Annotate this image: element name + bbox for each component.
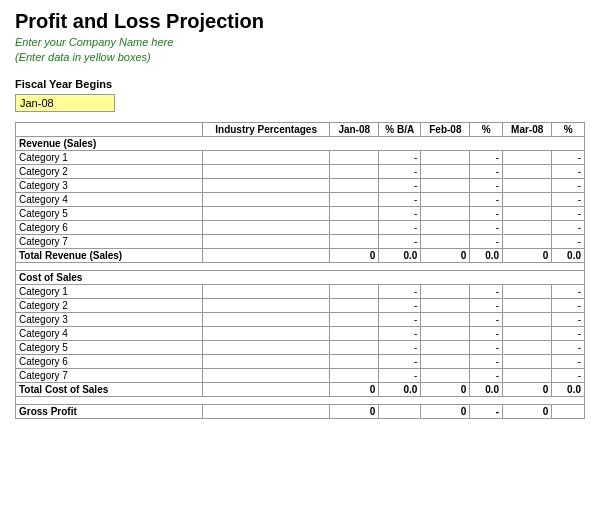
cos-cat3-pct2: - xyxy=(552,312,585,326)
revenue-cat6-mar[interactable] xyxy=(503,220,552,234)
gross-profit-feb: 0 xyxy=(421,404,470,418)
spacer-row-1 xyxy=(16,262,585,270)
revenue-cat7-industry[interactable] xyxy=(203,234,330,248)
cos-cat6-pct2: - xyxy=(552,354,585,368)
cos-cat7-industry[interactable] xyxy=(203,368,330,382)
total-cos-mar: 0 xyxy=(503,382,552,396)
revenue-cat5-jan[interactable] xyxy=(330,206,379,220)
revenue-cat1-industry[interactable] xyxy=(203,150,330,164)
cos-cat2-feb[interactable] xyxy=(421,298,470,312)
revenue-cat5-feb[interactable] xyxy=(421,206,470,220)
cos-cat2-pct: - xyxy=(470,298,503,312)
revenue-cat7-mar[interactable] xyxy=(503,234,552,248)
revenue-cat2-pct: - xyxy=(470,164,503,178)
revenue-cat7-ba: - xyxy=(379,234,421,248)
cos-cat2-row: Category 2 - - - xyxy=(16,298,585,312)
revenue-cat3-pct: - xyxy=(470,178,503,192)
revenue-cat4-jan[interactable] xyxy=(330,192,379,206)
cos-cat5-jan[interactable] xyxy=(330,340,379,354)
cos-cat2-mar[interactable] xyxy=(503,298,552,312)
revenue-cat7-feb[interactable] xyxy=(421,234,470,248)
cos-cat1-feb[interactable] xyxy=(421,284,470,298)
revenue-cat4-mar[interactable] xyxy=(503,192,552,206)
revenue-cat4-industry[interactable] xyxy=(203,192,330,206)
revenue-cat3-mar[interactable] xyxy=(503,178,552,192)
cos-cat7-feb[interactable] xyxy=(421,368,470,382)
cos-cat5-pct: - xyxy=(470,340,503,354)
revenue-cat7-pct2: - xyxy=(552,234,585,248)
cos-cat2-jan[interactable] xyxy=(330,298,379,312)
revenue-cat3-industry[interactable] xyxy=(203,178,330,192)
revenue-cat6-jan[interactable] xyxy=(330,220,379,234)
cos-cat3-mar[interactable] xyxy=(503,312,552,326)
revenue-cat2-jan[interactable] xyxy=(330,164,379,178)
revenue-cat3-feb[interactable] xyxy=(421,178,470,192)
revenue-cat5-mar[interactable] xyxy=(503,206,552,220)
revenue-cat1-mar[interactable] xyxy=(503,150,552,164)
revenue-cat4-feb[interactable] xyxy=(421,192,470,206)
cos-cat5-industry[interactable] xyxy=(203,340,330,354)
total-revenue-row: Total Revenue (Sales) 0 0.0 0 0.0 0 0.0 xyxy=(16,248,585,262)
cos-cat4-ba: - xyxy=(379,326,421,340)
cos-cat4-industry[interactable] xyxy=(203,326,330,340)
revenue-cat2-industry[interactable] xyxy=(203,164,330,178)
cos-cat1-jan[interactable] xyxy=(330,284,379,298)
cos-cat1-mar[interactable] xyxy=(503,284,552,298)
cos-cat1-industry[interactable] xyxy=(203,284,330,298)
cos-cat6-mar[interactable] xyxy=(503,354,552,368)
revenue-cat1-jan[interactable] xyxy=(330,150,379,164)
cos-cat1-label: Category 1 xyxy=(16,284,203,298)
total-revenue-pct1: 0.0 xyxy=(470,248,503,262)
revenue-cat6-row: Category 6 - - - xyxy=(16,220,585,234)
cos-cat5-label: Category 5 xyxy=(16,340,203,354)
gross-profit-jan: 0 xyxy=(330,404,379,418)
revenue-cat3-jan[interactable] xyxy=(330,178,379,192)
cos-cat6-industry[interactable] xyxy=(203,354,330,368)
gross-profit-label: Gross Profit xyxy=(16,404,203,418)
cos-cat3-jan[interactable] xyxy=(330,312,379,326)
cos-cat2-industry[interactable] xyxy=(203,298,330,312)
cos-cat6-pct: - xyxy=(470,354,503,368)
revenue-cat6-label: Category 6 xyxy=(16,220,203,234)
revenue-cat6-feb[interactable] xyxy=(421,220,470,234)
cos-cat5-feb[interactable] xyxy=(421,340,470,354)
revenue-cat7-label: Category 7 xyxy=(16,234,203,248)
revenue-cat4-label: Category 4 xyxy=(16,192,203,206)
revenue-cat6-industry[interactable] xyxy=(203,220,330,234)
revenue-cat2-feb[interactable] xyxy=(421,164,470,178)
cos-cat3-industry[interactable] xyxy=(203,312,330,326)
cos-cat2-ba: - xyxy=(379,298,421,312)
header-jan: Jan-08 xyxy=(330,122,379,136)
revenue-cat1-feb[interactable] xyxy=(421,150,470,164)
fiscal-input[interactable]: Jan-08 xyxy=(15,94,115,112)
revenue-cat4-ba: - xyxy=(379,192,421,206)
cos-cat3-feb[interactable] xyxy=(421,312,470,326)
table-header: Industry Percentages Jan-08 % B/A Feb-08… xyxy=(16,122,585,136)
cos-cat4-feb[interactable] xyxy=(421,326,470,340)
gross-profit-pct2 xyxy=(552,404,585,418)
revenue-cat2-mar[interactable] xyxy=(503,164,552,178)
cos-cat4-mar[interactable] xyxy=(503,326,552,340)
cos-cat4-jan[interactable] xyxy=(330,326,379,340)
revenue-cat5-industry[interactable] xyxy=(203,206,330,220)
gross-profit-ba xyxy=(379,404,421,418)
cos-cat5-mar[interactable] xyxy=(503,340,552,354)
cos-cat1-ba: - xyxy=(379,284,421,298)
cos-cat6-row: Category 6 - - - xyxy=(16,354,585,368)
cos-cat7-row: Category 7 - - - xyxy=(16,368,585,382)
revenue-cat2-ba: - xyxy=(379,164,421,178)
cos-cat6-jan[interactable] xyxy=(330,354,379,368)
cos-cat6-feb[interactable] xyxy=(421,354,470,368)
revenue-cat4-pct: - xyxy=(470,192,503,206)
header-mar: Mar-08 xyxy=(503,122,552,136)
header-feb: Feb-08 xyxy=(421,122,470,136)
cos-cat4-pct2: - xyxy=(552,326,585,340)
fiscal-label: Fiscal Year Begins xyxy=(15,78,585,90)
revenue-cat1-ba: - xyxy=(379,150,421,164)
gross-profit-industry[interactable] xyxy=(203,404,330,418)
total-revenue-ba: 0.0 xyxy=(379,248,421,262)
revenue-cat7-jan[interactable] xyxy=(330,234,379,248)
cos-cat7-jan[interactable] xyxy=(330,368,379,382)
cos-cat7-mar[interactable] xyxy=(503,368,552,382)
total-cos-pct2: 0.0 xyxy=(552,382,585,396)
